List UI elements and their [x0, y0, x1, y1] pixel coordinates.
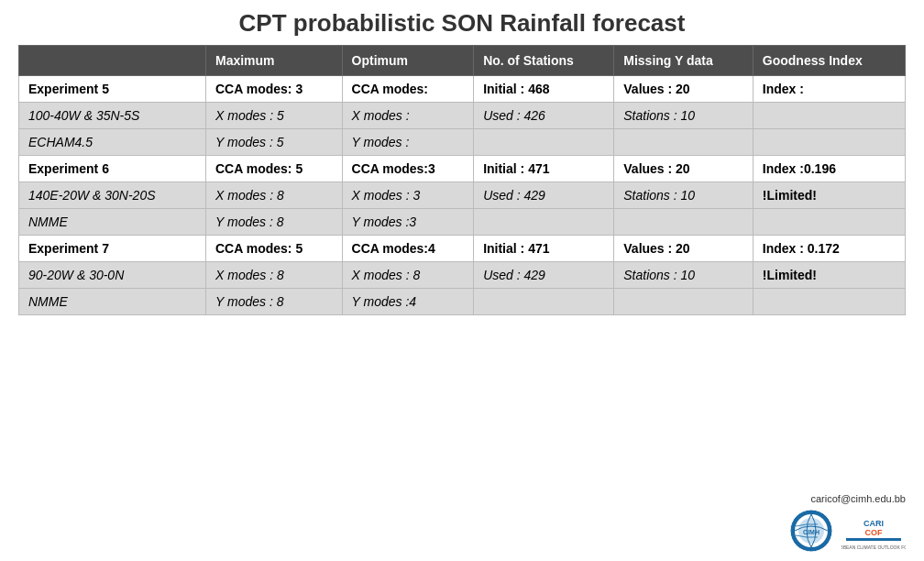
table-cell: Initial : 468	[474, 76, 614, 103]
table-row: Experiment 5CCA modes: 3CCA modes:Initia…	[19, 76, 906, 103]
table-cell: Stations : 10	[614, 182, 754, 209]
col-header-goodness: Goodness Index	[753, 46, 905, 76]
table-cell: NMME	[19, 289, 206, 315]
table-cell: CCA modes: 5	[206, 236, 343, 262]
table-row: NMMEY modes : 8Y modes :3	[19, 209, 906, 236]
svg-text:CIMH: CIMH	[803, 529, 820, 535]
logos-container: CIMH CARI COF CARIBBEAN CLIMATE OUTLOOK …	[788, 508, 906, 554]
table-cell: Stations : 10	[614, 103, 754, 129]
col-header-optimum: Optimum	[342, 46, 474, 76]
table-cell: Index : 0.172	[753, 236, 905, 262]
cimh-logo: CIMH	[788, 508, 834, 554]
table-cell: CCA modes:3	[342, 156, 474, 182]
table-cell	[753, 103, 905, 129]
table-cell	[753, 209, 905, 236]
table-cell: Values : 20	[614, 76, 754, 103]
table-cell: X modes :	[342, 103, 474, 129]
data-table: Maximum Optimum No. of Stations Missing …	[18, 45, 906, 315]
table-cell: 140E-20W & 30N-20S	[19, 182, 206, 209]
table-cell: Y modes :3	[342, 209, 474, 236]
table-cell: NMME	[19, 209, 206, 236]
table-cell	[474, 289, 614, 315]
limited-badge: !Limited!	[763, 188, 817, 203]
table-row: Experiment 6CCA modes: 5CCA modes:3Initi…	[19, 156, 906, 182]
table-cell: 100-40W & 35N-5S	[19, 103, 206, 129]
table-cell	[474, 209, 614, 236]
table-row: ECHAM4.5Y modes : 5Y modes :	[19, 129, 906, 156]
table-cell: !Limited!	[753, 262, 905, 289]
page-title: CPT probabilistic SON Rainfall forecast	[239, 9, 686, 38]
table-cell: X modes : 8	[206, 182, 343, 209]
table-cell	[614, 289, 754, 315]
table-cell: X modes : 8	[206, 262, 343, 289]
table-cell: CCA modes:	[342, 76, 474, 103]
table-cell: CCA modes: 5	[206, 156, 343, 182]
table-header-row: Maximum Optimum No. of Stations Missing …	[19, 46, 906, 76]
table-cell: CCA modes:4	[342, 236, 474, 262]
table-cell	[614, 209, 754, 236]
table-cell: X modes : 8	[342, 262, 474, 289]
caricof-logo: CARI COF CARIBBEAN CLIMATE OUTLOOK FORUM	[842, 508, 906, 554]
table-row: 140E-20W & 30N-20SX modes : 8X modes : 3…	[19, 182, 906, 209]
svg-text:COF: COF	[865, 528, 884, 537]
table-row: 100-40W & 35N-5SX modes : 5X modes :Used…	[19, 103, 906, 129]
table-row: 90-20W & 30-0NX modes : 8X modes : 8Used…	[19, 262, 906, 289]
svg-text:CARI: CARI	[864, 519, 884, 528]
table-cell: Y modes :4	[342, 289, 474, 315]
table-cell: Used : 429	[474, 262, 614, 289]
table-cell: !Limited!	[753, 182, 905, 209]
table-cell	[753, 289, 905, 315]
table-cell: Used : 426	[474, 103, 614, 129]
col-header-maximum: Maximum	[206, 46, 343, 76]
table-cell: Experiment 7	[19, 236, 206, 262]
footer-area: caricof@cimh.edu.bb CIMH CARI COF	[788, 493, 906, 554]
table-cell: 90-20W & 30-0N	[19, 262, 206, 289]
svg-rect-7	[846, 538, 901, 541]
table-cell: Experiment 5	[19, 76, 206, 103]
table-cell	[474, 129, 614, 156]
table-cell: Y modes : 5	[206, 129, 343, 156]
table-cell: X modes : 3	[342, 182, 474, 209]
table-cell: Values : 20	[614, 236, 754, 262]
table-cell	[753, 129, 905, 156]
table-cell: Y modes : 8	[206, 209, 343, 236]
table-cell: Index :	[753, 76, 905, 103]
table-cell: Initial : 471	[474, 236, 614, 262]
table-cell: Index :0.196	[753, 156, 905, 182]
table-cell: X modes : 5	[206, 103, 343, 129]
table-cell: Values : 20	[614, 156, 754, 182]
table-cell: Stations : 10	[614, 262, 754, 289]
svg-text:CARIBBEAN CLIMATE OUTLOOK FORU: CARIBBEAN CLIMATE OUTLOOK FORUM	[842, 544, 906, 550]
table-cell: Initial : 471	[474, 156, 614, 182]
table-cell	[614, 129, 754, 156]
table-cell: Y modes : 8	[206, 289, 343, 315]
table-row: NMMEY modes : 8Y modes :4	[19, 289, 906, 315]
limited-badge: !Limited!	[763, 268, 817, 282]
table-cell: Experiment 6	[19, 156, 206, 182]
col-header-empty	[19, 46, 206, 76]
table-cell: Y modes :	[342, 129, 474, 156]
page-container: CPT probabilistic SON Rainfall forecast …	[0, 0, 924, 561]
table-row: Experiment 7CCA modes: 5CCA modes:4Initi…	[19, 236, 906, 262]
table-cell: Used : 429	[474, 182, 614, 209]
col-header-missing: Missing Y data	[614, 46, 754, 76]
col-header-stations: No. of Stations	[474, 46, 614, 76]
table-cell: ECHAM4.5	[19, 129, 206, 156]
table-cell: CCA modes: 3	[206, 76, 343, 103]
footer-email: caricof@cimh.edu.bb	[811, 493, 907, 504]
